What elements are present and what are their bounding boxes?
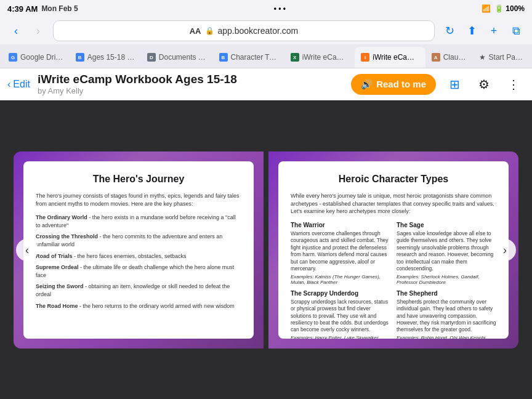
section-ordinary-world: The Ordinary World - the hero exists in … (36, 214, 241, 229)
tab-favicon-claude: A (432, 53, 440, 62)
edit-label: Edit (13, 79, 30, 90)
edit-button[interactable]: ‹ Edit (7, 79, 30, 90)
back-chevron-icon: ‹ (7, 79, 10, 90)
archetype-underdog-block: The Scrappy Underdog Scrappy underdogs l… (291, 290, 390, 339)
status-time: 4:39 AM (7, 4, 38, 14)
tab-label-ages: Ages 15-18 i... (87, 53, 135, 62)
tab-label-documents: Documents -... (159, 53, 207, 62)
tabs-bar: G Google Drive B Ages 15-18 i... D Docum… (0, 44, 532, 68)
battery-icon: 🔋 100% (494, 4, 525, 13)
section-supreme-ordeal: Supreme Ordeal - the ultimate life or de… (36, 264, 241, 279)
aa-label: AA (190, 26, 201, 36)
tab-google-drive[interactable]: G Google Drive (2, 47, 70, 68)
archetype-underdog-name: The Scrappy Underdog (291, 290, 390, 297)
left-page-intro: The hero's journey consists of stages fo… (36, 192, 241, 208)
section-road-of-trials-desc: - the hero faces enemies, obstacles, set… (74, 253, 187, 259)
lock-icon: 🔒 (205, 26, 214, 35)
browser-actions: ↻ ⬆ + ⧉ (440, 21, 526, 41)
tab-favicon-google: G (9, 53, 17, 62)
tab-favicon-ages: B (76, 53, 84, 62)
status-right: 📶 🔋 100% (482, 4, 525, 13)
book-author: by Amy Kelly (38, 86, 344, 95)
tab-label-start: Start Page (489, 53, 523, 62)
more-icon: ⋮ (507, 77, 520, 92)
settings-button[interactable]: ⚙ (473, 73, 495, 95)
tabs-button[interactable]: ⧉ (506, 21, 526, 41)
back-button[interactable]: ‹ (6, 21, 26, 41)
tab-favicon-iwrite: i (361, 53, 369, 62)
main-content: ‹ The Hero's Journey The hero's journey … (0, 100, 532, 399)
pages-container: The Hero's Journey The hero's journey co… (14, 151, 518, 349)
tab-claude[interactable]: A Claude (425, 47, 473, 68)
archetype-warrior-name: The Warrior (291, 222, 390, 228)
right-page-title: Heroic Character Types (291, 174, 496, 185)
read-to-me-label: Read to me (376, 79, 426, 89)
section-crossing-threshold: Crossing the Threshold - the hero commit… (36, 233, 241, 248)
archetype-warrior-examples: Examples: Katniss (The Hunger Games), Mu… (291, 274, 390, 285)
browser-nav: ‹ › (6, 21, 48, 41)
next-arrow-icon: › (503, 244, 507, 257)
grid-icon: ⊞ (449, 77, 460, 92)
tab-favicon-char: B (219, 53, 228, 62)
status-date: Mon Feb 5 (41, 4, 78, 13)
status-bar: 4:39 AM Mon Feb 5 • • • 📶 🔋 100% (0, 0, 532, 17)
share-button[interactable]: ⬆ (462, 21, 482, 41)
archetype-warrior-block: The Warrior Warriors overcome challenges… (291, 222, 390, 285)
dots-indicator: • • • (274, 4, 286, 13)
right-page-wrapper: Heroic Character Types While every hero'… (268, 151, 518, 349)
archetype-sage-block: The Sage Sages value knowledge above all… (397, 222, 496, 285)
section-supreme-ordeal-title: Supreme Ordeal (36, 264, 79, 270)
book-title: iWrite eCamp Workbook Ages 15-18 (38, 73, 344, 86)
left-page-title: The Hero's Journey (36, 174, 241, 185)
left-page-card: The Hero's Journey The hero's journey co… (23, 161, 254, 339)
prev-arrow-icon: ‹ (25, 244, 29, 257)
tab-documents[interactable]: D Documents -... (141, 47, 213, 68)
wifi-icon: 📶 (482, 4, 491, 13)
tab-iwrite-ecamp[interactable]: i iWrite eCam... (355, 47, 425, 68)
section-road-home-desc: - the hero returns to the ordinary world… (79, 303, 235, 309)
right-page-card: Heroic Character Types While every hero'… (278, 161, 509, 339)
left-page-wrapper: The Hero's Journey The hero's journey co… (14, 151, 264, 349)
read-to-me-button[interactable]: 🔊 Read to me (351, 74, 436, 95)
archetype-sage-desc: Sages value knowledge above all else to … (397, 230, 496, 273)
book-spread: ‹ The Hero's Journey The hero's journey … (14, 151, 518, 349)
star-icon: ★ (479, 53, 486, 62)
archetype-shepherd-name: The Shepherd (397, 290, 496, 297)
archetype-shepherd-block: The Shepherd Shepherds protect the commu… (397, 290, 496, 339)
url-bar[interactable]: AA 🔒 app.bookcreator.com (53, 20, 435, 41)
app-header: ‹ Edit iWrite eCamp Workbook Ages 15-18 … (0, 68, 532, 100)
archetype-warrior-desc: Warriors overcome challenges through cou… (291, 230, 390, 273)
section-seizing-sword: Seizing the Sword - obtaining an item, k… (36, 283, 241, 298)
archetypes-grid: The Warrior Warriors overcome challenges… (291, 222, 496, 339)
tab-label-character: Character Ty... (231, 53, 278, 62)
next-page-button[interactable]: › (494, 239, 516, 261)
archetype-underdog-desc: Scrappy underdogs lack resources, status… (291, 299, 390, 334)
refresh-button[interactable]: ↻ (440, 21, 459, 41)
tab-ages-15-18[interactable]: B Ages 15-18 i... (70, 47, 141, 68)
gear-icon: ⚙ (478, 77, 490, 92)
right-page-intro: While every hero's journey tale is uniqu… (291, 192, 496, 216)
archetype-warrior: The Warrior Warriors overcome challenges… (291, 222, 390, 339)
speaker-icon: 🔊 (361, 79, 373, 90)
tab-label-iwrite: iWrite eCam... (373, 53, 419, 62)
tab-start-page[interactable]: ★ Start Page (473, 47, 530, 68)
section-road-of-trials: Road of Trials - the hero faces enemies,… (36, 252, 241, 260)
archetype-shepherd-examples: Examples: Robin Hood, Obi Wan Kenobi, Je… (397, 335, 496, 339)
tab-favicon-excel: X (291, 53, 299, 62)
tab-label-google-drive: Google Drive (20, 53, 63, 62)
more-options-button[interactable]: ⋮ (502, 73, 525, 95)
tab-iwrite-excel[interactable]: X iWrite eCam... (284, 47, 355, 68)
section-seizing-sword-title: Seizing the Sword (36, 283, 84, 289)
add-tab-button[interactable]: + (484, 21, 504, 41)
prev-page-button[interactable]: ‹ (16, 239, 38, 261)
browser-toolbar: ‹ › AA 🔒 app.bookcreator.com ↻ ⬆ + ⧉ (0, 17, 532, 44)
browser-chrome: ‹ › AA 🔒 app.bookcreator.com ↻ ⬆ + ⧉ G G… (0, 17, 532, 68)
grid-view-button[interactable]: ⊞ (443, 73, 465, 95)
section-crossing-threshold-title: Crossing the Threshold (36, 233, 98, 240)
forward-button[interactable]: › (28, 21, 48, 41)
section-road-home-title: The Road Home (36, 303, 78, 309)
tab-character-ty[interactable]: B Character Ty... (213, 47, 284, 68)
status-center: • • • (274, 4, 286, 13)
archetype-underdog-examples: Examples: Harry Potter, Luke Skywalker, … (291, 335, 390, 339)
tab-label-claude: Claude (443, 53, 467, 62)
